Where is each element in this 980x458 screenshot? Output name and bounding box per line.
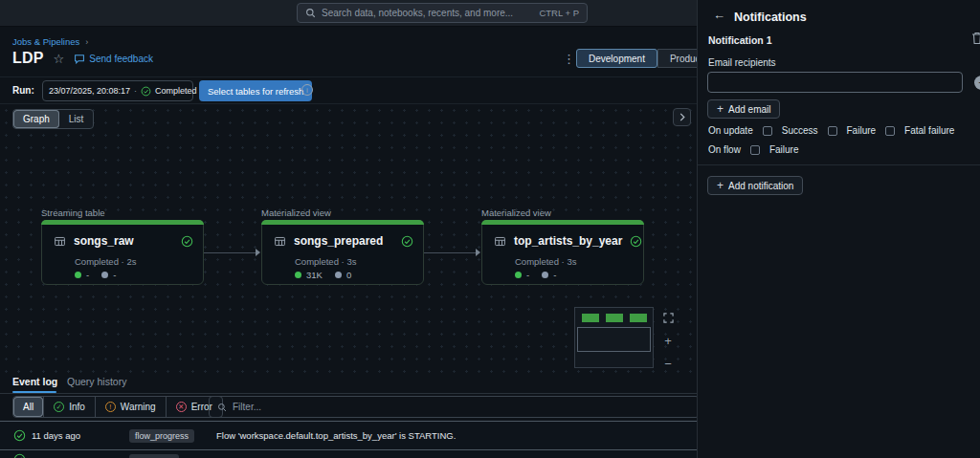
event-success-icon: [13, 453, 26, 458]
written-rows-dot-icon: [295, 272, 301, 278]
dropped-rows-dot-icon: [542, 272, 548, 278]
node-name: songs_raw: [74, 234, 173, 248]
select-tables-button[interactable]: Select tables for refresh: [199, 80, 312, 101]
checkbox-flow-failure[interactable]: [750, 145, 760, 155]
event-type-badge: flow_progress: [129, 429, 194, 443]
send-feedback-link[interactable]: Send feedback: [74, 54, 153, 64]
remove-circle-icon[interactable]: −: [974, 76, 980, 90]
checkbox-fatal-failure-label: Fatal failure: [904, 125, 954, 136]
node-status-text: Completed · 3s: [295, 256, 356, 267]
checkbox-fatal-failure[interactable]: [885, 126, 895, 136]
favorite-star-icon[interactable]: ☆: [54, 52, 65, 66]
filter-all[interactable]: All: [13, 397, 43, 417]
app-window: CTRL + P Jobs & Pipelines › LDP ☆ Send f…: [0, 0, 980, 458]
node-type-label: Streaming table: [41, 207, 105, 218]
trash-icon[interactable]: [971, 32, 980, 45]
checkbox-success-label: Success: [782, 125, 818, 136]
canvas-controls: + −: [657, 309, 679, 372]
written-rows-value: 31K: [306, 270, 323, 280]
checkbox-flow-failure-label: Failure: [769, 144, 799, 155]
event-filter-box[interactable]: [209, 396, 700, 418]
event-success-icon: [13, 429, 26, 442]
dropped-rows-dot-icon: [335, 272, 342, 278]
node-songs-prepared[interactable]: songs_prepared Completed · 3s 31K 0: [261, 220, 424, 285]
page-title-row: LDP ☆ Send feedback: [12, 50, 153, 67]
event-filter-input[interactable]: [233, 402, 691, 412]
table-icon: [274, 235, 286, 248]
chevron-right-icon: [679, 113, 685, 121]
node-type-label: Materialized view: [481, 207, 551, 218]
expand-panel-button[interactable]: [673, 108, 691, 126]
separator-dot: ·: [134, 86, 137, 96]
node-status-text: Completed · 3s: [515, 256, 576, 267]
breadcrumb-chevron-icon: ›: [85, 37, 88, 47]
add-notification-button[interactable]: + Add notification: [707, 176, 803, 195]
run-timestamp: 23/07/2025, 20:08:17: [49, 86, 130, 96]
active-tab-underline: [12, 391, 56, 393]
filter-warning[interactable]: ! Warning: [95, 397, 166, 417]
checkbox-failure-label: Failure: [847, 125, 877, 136]
divider: [0, 76, 700, 77]
more-options-kebab-icon[interactable]: ⋮: [563, 51, 575, 68]
table-icon: [494, 235, 506, 248]
breadcrumb: Jobs & Pipelines ›: [12, 36, 88, 47]
minimap-node: [606, 314, 623, 322]
on-update-label: On update: [708, 125, 753, 136]
event-log-row[interactable]: 11 days ago flow_progress Flow 'workspac…: [0, 422, 700, 449]
pipeline-graph-canvas[interactable]: Graph List Streaming table Materialized …: [0, 104, 700, 373]
send-feedback-label: Send feedback: [89, 54, 153, 64]
edge-songs-prepared-to-top-artists: [424, 252, 477, 253]
written-rows-value: -: [526, 270, 529, 280]
zoom-in-button[interactable]: +: [658, 332, 678, 349]
email-recipients-input[interactable]: [707, 72, 963, 93]
search-shortcut: CTRL + P: [539, 8, 579, 18]
filter-info[interactable]: ✓ Info: [43, 397, 95, 417]
event-log-row-partial[interactable]: [0, 451, 700, 458]
node-status-strip: [481, 220, 644, 225]
edge-arrowhead-icon: [256, 249, 260, 256]
add-email-button[interactable]: + Add email: [707, 99, 780, 119]
global-search[interactable]: CTRL + P: [297, 3, 588, 23]
node-type-label: Materialized view: [261, 207, 331, 218]
feedback-bubble-icon: [74, 54, 85, 64]
breadcrumb-jobs-pipelines-link[interactable]: Jobs & Pipelines: [12, 36, 79, 47]
tab-event-log[interactable]: Event log: [12, 376, 57, 387]
back-arrow-icon[interactable]: ←: [713, 8, 725, 22]
info-check-icon: ✓: [54, 402, 64, 412]
minimap-node: [630, 314, 647, 322]
node-name: top_artists_by_year: [514, 234, 622, 248]
dropped-rows-value: -: [113, 270, 116, 280]
panel-title: Notifications: [734, 11, 807, 24]
event-message: Flow 'workspace.default.top_artists_by_y…: [216, 430, 456, 441]
view-toggle: Graph List: [12, 109, 94, 129]
zoom-out-button[interactable]: −: [658, 355, 678, 372]
add-notification-label: Add notification: [728, 181, 793, 191]
dropped-rows-value: -: [553, 270, 556, 280]
view-toggle-list[interactable]: List: [59, 110, 94, 128]
minimap-viewport[interactable]: [577, 327, 651, 352]
divider: [698, 164, 980, 165]
written-rows-dot-icon: [75, 272, 81, 278]
notifications-panel: ← Notifications Notification 1 Email rec…: [697, 0, 980, 458]
node-songs-raw[interactable]: songs_raw Completed · 2s - -: [41, 220, 204, 285]
run-selector-dropdown[interactable]: 23/07/2025, 20:08:17 · Completed: [42, 80, 193, 101]
event-type-badge: [129, 454, 179, 458]
graph-minimap[interactable]: [574, 307, 654, 368]
tab-query-history[interactable]: Query history: [67, 376, 126, 387]
tab-development[interactable]: Development: [576, 49, 657, 68]
checkbox-success[interactable]: [763, 126, 772, 136]
node-top-artists-by-year[interactable]: top_artists_by_year Completed · 3s - -: [481, 220, 644, 285]
plus-icon: +: [717, 102, 724, 116]
search-input[interactable]: [322, 8, 533, 18]
node-status-text: Completed · 2s: [75, 256, 136, 267]
view-toggle-graph[interactable]: Graph: [13, 110, 59, 128]
add-email-label: Add email: [728, 104, 770, 115]
notification-item-title: Notification 1: [708, 34, 772, 46]
info-icon[interactable]: i: [301, 84, 313, 96]
written-rows-dot-icon: [515, 272, 522, 278]
page-title: LDP: [12, 50, 44, 67]
checkbox-failure[interactable]: [828, 126, 837, 136]
dropped-rows-value: 0: [346, 270, 351, 280]
fullscreen-button[interactable]: [658, 309, 678, 326]
run-label: Run:: [12, 85, 34, 96]
